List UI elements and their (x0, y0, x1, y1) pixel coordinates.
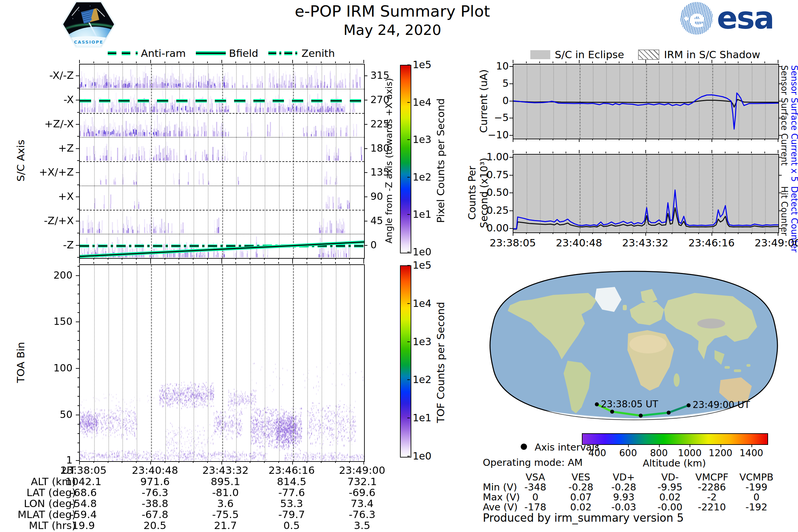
x-tick (250, 61, 250, 63)
tof-counts-colorbar (400, 265, 411, 457)
x-tick (363, 461, 364, 464)
toa-tick-labels: 200150100501 (40, 264, 76, 460)
x-tick (579, 60, 580, 63)
y-minor-tick (77, 452, 79, 453)
x-tick (619, 61, 620, 63)
x-tick (222, 60, 222, 63)
current-right-labels: Sensor Surface Current Sensor Surface Cu… (779, 65, 798, 182)
voltage-value: -0.03 (599, 501, 649, 513)
counts-tick-label: 1.00 (472, 151, 509, 163)
x-tick (207, 258, 208, 260)
ephemeris-value: -68.6 (52, 487, 115, 498)
x-tick (193, 262, 193, 264)
x-tick (307, 461, 307, 463)
x-tick (207, 61, 208, 63)
legend-item-shadow: IRM in S/C Shadow (638, 49, 760, 60)
minor-gridline (208, 265, 208, 461)
x-tick (711, 139, 712, 142)
y-minor-tick (77, 396, 79, 397)
x-tick (513, 139, 513, 142)
x-tick (606, 152, 606, 153)
x-tick (264, 61, 265, 63)
x-tick (278, 61, 279, 63)
ephemeris-value: 0.5 (260, 519, 323, 531)
x-tick (606, 61, 606, 63)
x-tick (250, 258, 250, 260)
toa-tick-label: 100 (42, 362, 73, 374)
time-tick-label: 23:49:00 (741, 237, 798, 249)
x-tick (108, 61, 108, 63)
ephemeris-value: -75.5 (194, 508, 257, 520)
x-tick (93, 258, 94, 260)
minor-gridline (108, 265, 109, 461)
x-tick (698, 139, 699, 140)
ephemeris-value: 23:49:00 (330, 464, 394, 476)
voltage-value: -192 (732, 501, 781, 513)
minor-gridline (279, 265, 280, 461)
eclipse-swatch-icon (530, 50, 550, 59)
shadow-swatch-icon (638, 50, 659, 60)
y-tick (76, 124, 79, 125)
y-tick (364, 172, 367, 173)
colorbar-tick-label: 1e5 (413, 259, 432, 271)
voltage-value: -2210 (687, 501, 737, 513)
minor-gridline (265, 265, 265, 461)
x-tick (645, 139, 646, 142)
x-tick (526, 61, 527, 63)
orientation-legend: Anti-ram Bfield Zenith (79, 47, 363, 59)
y-minor-tick (77, 266, 79, 267)
band-label-2: -X (7, 93, 74, 106)
x-tick (307, 258, 307, 260)
x-tick (349, 258, 350, 260)
ephemeris-value: 814.5 (260, 475, 323, 488)
x-tick (645, 150, 646, 153)
x-tick (207, 461, 208, 463)
british-isles (623, 305, 627, 310)
legend-item-antiram: Anti-ram (108, 47, 186, 59)
x-tick (349, 61, 350, 63)
legend-label-zenith: Zenith (302, 47, 335, 59)
x-tick (250, 262, 250, 264)
x-tick (363, 260, 364, 264)
x-tick (108, 461, 108, 463)
counts-tick-label: 0.50 (472, 187, 509, 198)
y-tick (778, 175, 782, 175)
y-minor-tick (77, 415, 79, 415)
legend-label-bfield: Bfield (229, 47, 258, 59)
colorbar-tick-label: 1e1 (413, 412, 432, 424)
patch-antenna (72, 7, 79, 16)
y-tick (778, 66, 782, 67)
x-tick (698, 232, 699, 234)
y-tick (509, 210, 513, 211)
x-tick (658, 61, 659, 63)
ephemeris-value: -77.6 (260, 487, 323, 498)
colorbar-tick (407, 303, 410, 304)
minor-gridline (193, 265, 194, 461)
x-tick (321, 258, 322, 260)
x-tick (122, 258, 122, 260)
time-tick-label: 23:38:05 (476, 237, 549, 249)
voltage-column-header: VD+ (599, 472, 649, 483)
zenith-line-icon (268, 50, 298, 56)
major-gridline (222, 265, 223, 461)
x-tick (658, 152, 659, 153)
colorbar-tick-label: 1e0 (413, 246, 432, 258)
x-tick (592, 152, 593, 153)
colorbar-tick (407, 379, 410, 380)
sc-axis-spectrogram-plot (79, 64, 365, 259)
series-sensor-surface-current-x-5 (513, 93, 778, 129)
major-gridline (293, 265, 294, 461)
x-tick (150, 60, 151, 63)
esa-logo: e esa (680, 2, 773, 35)
x-tick (632, 152, 633, 153)
voltage-value: 0 (732, 491, 781, 503)
y-minor-tick (77, 377, 79, 378)
y-tick (778, 101, 782, 101)
patch-satellite-icon (80, 8, 100, 24)
y-tick (509, 66, 513, 67)
x-tick (136, 262, 137, 264)
y-minor-tick (77, 285, 79, 285)
x-tick (711, 150, 712, 153)
x-tick (685, 152, 686, 153)
indonesia-2 (734, 369, 741, 372)
